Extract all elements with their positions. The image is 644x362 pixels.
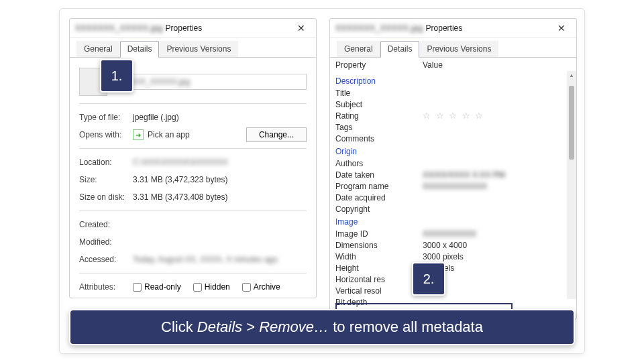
label-created: Created: bbox=[79, 220, 133, 229]
label-size: Size: bbox=[79, 175, 133, 184]
caption-bar: Click Details > Remove… to remove all me… bbox=[69, 309, 575, 345]
prop-image-id: Image ID bbox=[335, 229, 423, 239]
titlebar-right: XXXXXXX_XXXXX.jpg Properties ✕ bbox=[330, 19, 576, 38]
checkbox-hidden[interactable]: Hidden bbox=[193, 282, 230, 292]
tabs-left: General Details Previous Versions bbox=[70, 38, 316, 58]
tabs-right: General Details Previous Versions bbox=[330, 38, 576, 58]
label-modified: Modified: bbox=[79, 237, 133, 247]
header-value: Value bbox=[423, 60, 443, 70]
prop-height: Height bbox=[335, 263, 423, 273]
scroll-thumb[interactable] bbox=[569, 86, 574, 160]
prop-title: Title bbox=[335, 88, 423, 98]
value-opens-with: Pick an app bbox=[148, 130, 190, 139]
titlebar-left: XXXXXXX_XXXXX.jpg Properties ✕ bbox=[70, 19, 316, 38]
label-opens-with: Opens with: bbox=[79, 130, 133, 139]
prop-subject: Subject bbox=[335, 100, 423, 109]
value-accessed: Today, August XX, XXXX, X minutes ago bbox=[133, 255, 278, 264]
label-size-on-disk: Size on disk: bbox=[79, 192, 133, 202]
label-attributes: Attributes: bbox=[79, 282, 133, 292]
change-button[interactable]: Change... bbox=[246, 127, 307, 142]
title-suffix: Properties bbox=[426, 23, 552, 33]
filename-field[interactable]: XXXXX_XXXXX.jpg bbox=[114, 74, 307, 90]
prop-date-acquired: Date acquired bbox=[335, 193, 423, 202]
value-dimensions: 3000 x 4000 bbox=[423, 241, 467, 250]
tutorial-stage: XXXXXXX_XXXXX.jpg Properties ✕ General D… bbox=[59, 8, 585, 354]
prop-vres: Vertical resol bbox=[335, 286, 423, 296]
label-accessed: Accessed: bbox=[79, 255, 133, 264]
value-type-of-file: jpegfile (.jpg) bbox=[133, 113, 179, 122]
tab-previous-versions[interactable]: Previous Versions bbox=[159, 41, 238, 57]
section-image: Image bbox=[335, 217, 563, 227]
label-location: Location: bbox=[79, 158, 133, 167]
prop-copyright: Copyright bbox=[335, 204, 423, 214]
general-body: XXXXX_XXXXX.jpg Type of file: jpegfile (… bbox=[70, 58, 316, 304]
prop-hres: Horizontal res bbox=[335, 275, 423, 284]
checkbox-readonly[interactable]: Read-only bbox=[133, 282, 181, 292]
value-size: 3.31 MB (3,472,323 bytes) bbox=[133, 175, 227, 184]
app-icon: ➜ bbox=[133, 129, 144, 140]
properties-dialog-details: XXXXXXX_XXXXX.jpg Properties ✕ General D… bbox=[329, 18, 577, 320]
value-width: 3000 pixels bbox=[423, 252, 464, 261]
filename-blurred: XXXXXXX_XXXXX.jpg bbox=[75, 23, 163, 33]
scroll-up-icon[interactable]: ▲ bbox=[569, 72, 574, 82]
value-location: C:\XXX\XXXXX\XXXXXXX bbox=[133, 158, 228, 167]
section-origin: Origin bbox=[335, 147, 563, 156]
details-list: Description Title Subject Rating☆ ☆ ☆ ☆ … bbox=[330, 71, 567, 299]
tab-details[interactable]: Details bbox=[380, 41, 420, 58]
rating-stars-icon[interactable]: ☆ ☆ ☆ ☆ ☆ bbox=[423, 111, 484, 121]
title-suffix: Properties bbox=[166, 23, 292, 33]
value-size-on-disk: 3.31 MB (3,473,408 bytes) bbox=[133, 192, 227, 202]
section-description: Description bbox=[335, 76, 563, 86]
prop-date-taken: Date taken bbox=[335, 170, 423, 180]
prop-tags: Tags bbox=[335, 123, 423, 132]
scrollbar[interactable]: ▲ bbox=[567, 71, 576, 299]
label-type-of-file: Type of file: bbox=[79, 113, 133, 122]
callout-1: 1. bbox=[100, 59, 133, 93]
tab-general[interactable]: General bbox=[76, 41, 120, 57]
close-icon[interactable]: ✕ bbox=[292, 21, 311, 35]
callout-2: 2. bbox=[412, 262, 445, 296]
close-icon[interactable]: ✕ bbox=[552, 21, 571, 35]
details-header: Property Value bbox=[330, 58, 576, 71]
prop-comments: Comments bbox=[335, 134, 423, 143]
prop-width: Width bbox=[335, 252, 423, 261]
tab-previous-versions[interactable]: Previous Versions bbox=[419, 41, 498, 57]
filename-blurred: XXXXXXX_XXXXX.jpg bbox=[335, 23, 423, 33]
prop-rating: Rating bbox=[335, 111, 423, 121]
tab-details[interactable]: Details bbox=[120, 41, 160, 58]
prop-authors: Authors bbox=[335, 159, 423, 168]
header-property: Property bbox=[335, 60, 423, 70]
prop-dimensions: Dimensions bbox=[335, 241, 423, 250]
checkbox-archive[interactable]: Archive bbox=[242, 282, 280, 292]
tab-general[interactable]: General bbox=[337, 41, 380, 57]
prop-program-name: Program name bbox=[335, 182, 423, 191]
